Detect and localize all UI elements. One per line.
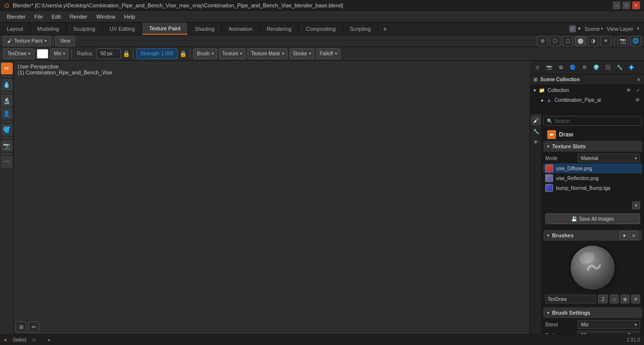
blend-dropdown[interactable]: Mix bbox=[50, 48, 69, 59]
brush-favorite-btn[interactable]: ☆ bbox=[610, 295, 619, 303]
menu-blender[interactable]: Blender bbox=[3, 13, 29, 21]
props-active-paint[interactable]: 🖌 bbox=[531, 115, 541, 125]
scene-label[interactable]: Scene ▾ bbox=[585, 26, 603, 32]
close-button[interactable]: ✕ bbox=[632, 1, 640, 9]
tool-inspect[interactable]: 🔬 bbox=[1, 95, 13, 107]
brush-settings-dropdown[interactable]: Brush bbox=[193, 48, 217, 59]
tool-smear[interactable]: 🪣 bbox=[1, 124, 13, 136]
strength-lock-icon[interactable]: 🔒 bbox=[179, 50, 187, 57]
menu-render[interactable]: Render bbox=[66, 13, 91, 21]
props-icon-output[interactable]: 🖥 bbox=[556, 63, 566, 72]
props-icon-particles[interactable]: 💠 bbox=[626, 63, 636, 72]
props-icon-world[interactable]: 🌍 bbox=[591, 63, 601, 72]
object-eye[interactable]: 👁 bbox=[635, 97, 640, 103]
props-icon-modifier[interactable]: 🔧 bbox=[615, 63, 624, 72]
texture-dropdown[interactable]: Texture bbox=[219, 48, 246, 59]
maximize-button[interactable]: □ bbox=[622, 1, 630, 9]
add-texture-button[interactable]: + bbox=[632, 202, 640, 209]
world-btn[interactable]: 🌐 bbox=[630, 36, 641, 46]
view-layer-label[interactable]: View Layer bbox=[607, 26, 633, 32]
camera-btn[interactable]: 📷 bbox=[618, 36, 628, 46]
tab-modeling[interactable]: Modeling bbox=[30, 23, 67, 35]
texture-item-3[interactable]: bump_Normal_Bump.tga bbox=[543, 183, 642, 193]
brushes-actions: ▾ ≡ bbox=[620, 231, 638, 240]
brush-list-btn[interactable]: ≡ bbox=[629, 231, 638, 240]
tab-animation[interactable]: Animation bbox=[222, 23, 260, 35]
tool-fill[interactable]: 💧 bbox=[1, 79, 13, 91]
tab-scripting[interactable]: Scripting bbox=[343, 23, 378, 35]
outliner-object[interactable]: ▸ ▲ Combination_Pipe_ai 👁 bbox=[530, 95, 644, 105]
strength-field[interactable]: Strength 1.000 bbox=[136, 48, 178, 59]
outliner-scene-collection[interactable]: ▾ 📁 Collection 👁 ✓ bbox=[530, 85, 644, 95]
viewport-shading-render[interactable]: ☀ bbox=[600, 36, 611, 46]
tool-annotate[interactable]: 〰 bbox=[1, 156, 13, 168]
brush-name-input[interactable]: TexDraw bbox=[545, 295, 596, 303]
radius-lock-btn[interactable]: 🔒 bbox=[626, 333, 632, 334]
separator bbox=[53, 37, 53, 46]
brush-settings-section: ▾ Brush Settings Blend Mix bbox=[543, 307, 642, 334]
viewport-overlay-btn2[interactable]: ⬡ bbox=[550, 36, 560, 46]
stroke-dropdown[interactable]: Stroke bbox=[289, 48, 314, 59]
menu-help[interactable]: Help bbox=[120, 13, 139, 21]
view-menu[interactable]: View bbox=[55, 36, 75, 46]
texture-slots-header[interactable]: ▾ Texture Slots bbox=[543, 141, 642, 152]
minimize-button[interactable]: ─ bbox=[613, 1, 621, 9]
viewport-bottom-btn2[interactable]: ✏ bbox=[28, 322, 39, 332]
collection-label: Collection bbox=[548, 88, 569, 93]
falloff-dropdown[interactable]: Falloff bbox=[316, 48, 340, 59]
texture-item-2[interactable]: vise_Reflection.png bbox=[543, 173, 642, 183]
menu-file[interactable]: File bbox=[30, 13, 47, 21]
brushes-header[interactable]: ▾ Brushes ▾ ≡ bbox=[543, 230, 642, 241]
viewport-shading-solid[interactable]: ⬤ bbox=[575, 36, 586, 46]
props-icon-scene[interactable]: ⊙ bbox=[533, 63, 542, 72]
brush-delete-btn[interactable]: ✕ bbox=[631, 295, 640, 303]
texture-item-1[interactable]: vise_Diffuse.png bbox=[543, 163, 642, 173]
props-icon-view[interactable]: 🔵 bbox=[568, 63, 577, 72]
tab-compositing[interactable]: Compositing bbox=[299, 23, 343, 35]
viewport-bottom-btn1[interactable]: ⊞ bbox=[16, 322, 26, 332]
engine-dropdown[interactable]: ▾ bbox=[578, 25, 581, 32]
viewport-shading-material[interactable]: ◑ bbox=[588, 36, 599, 46]
radius-prop-value[interactable]: 50 px 🔒 ✏ bbox=[577, 331, 640, 334]
tab-texture-paint[interactable]: Texture Paint bbox=[142, 23, 188, 35]
outliner-filter-icon[interactable]: ≡ bbox=[637, 77, 640, 82]
props-search-input[interactable]: 🔍 Search bbox=[543, 116, 642, 126]
props-icon-object[interactable]: ⬛ bbox=[603, 63, 613, 72]
radius-pen-btn[interactable]: ✏ bbox=[633, 333, 637, 334]
tab-uv-editing[interactable]: UV Editing bbox=[103, 23, 142, 35]
mode-row: Mode Material bbox=[543, 153, 642, 163]
props-view[interactable]: 👁 bbox=[531, 137, 541, 147]
props-icon-scene2[interactable]: ⚙ bbox=[579, 63, 589, 72]
right-panel-top-bar: ⊙ 📷 🖥 🔵 ⚙ 🌍 ⬛ 🔧 💠 bbox=[530, 61, 644, 74]
tool-mask[interactable]: 📷 bbox=[1, 140, 13, 152]
collection-check[interactable]: ✓ bbox=[636, 88, 640, 93]
texture-mask-dropdown[interactable]: Texture Mask bbox=[247, 48, 287, 59]
menu-window[interactable]: Window bbox=[92, 13, 119, 21]
radius-value[interactable]: 50 px bbox=[96, 48, 121, 59]
tool-clone[interactable]: 👤 bbox=[1, 108, 13, 119]
props-icon-render[interactable]: 📷 bbox=[544, 63, 554, 72]
viewport[interactable]: X Y Z 🔍 ✋ 📷 bbox=[14, 61, 530, 334]
brush-copy-btn[interactable]: ⊕ bbox=[621, 295, 629, 303]
add-workspace-button[interactable]: + bbox=[378, 23, 392, 35]
color-swatch[interactable] bbox=[37, 49, 48, 59]
tab-layout[interactable]: Layout bbox=[0, 23, 30, 35]
brush-settings-header[interactable]: ▾ Brush Settings bbox=[543, 307, 642, 318]
tool-draw[interactable]: ✏ bbox=[1, 63, 13, 74]
props-tool[interactable]: 🔧 bbox=[531, 126, 541, 136]
tab-sculpting[interactable]: Sculpting bbox=[67, 23, 103, 35]
menu-edit[interactable]: Edit bbox=[48, 13, 65, 21]
save-all-images-button[interactable]: 💾 Save All Images bbox=[545, 213, 640, 224]
brush-selector[interactable]: TexDraw ▾ bbox=[3, 48, 35, 59]
tab-rendering[interactable]: Rendering bbox=[260, 23, 299, 35]
mode-value[interactable]: Material bbox=[577, 154, 640, 162]
viewport-overlay-btn1[interactable]: ⊕ bbox=[537, 36, 548, 46]
brush-expand-btn[interactable]: ▾ bbox=[620, 231, 628, 240]
mode-selector[interactable]: 🖌 Texture Paint ▾ bbox=[3, 36, 51, 46]
collection-eye[interactable]: 👁 bbox=[626, 88, 631, 93]
engine-selector[interactable]: ⊙ ▾ bbox=[569, 25, 581, 32]
viewport-shading-wire[interactable]: ◻ bbox=[562, 36, 573, 46]
lock-icon[interactable]: 🔒 bbox=[123, 50, 130, 57]
tab-shading[interactable]: Shading bbox=[188, 23, 222, 35]
blend-prop-value[interactable]: Mix bbox=[577, 320, 640, 329]
